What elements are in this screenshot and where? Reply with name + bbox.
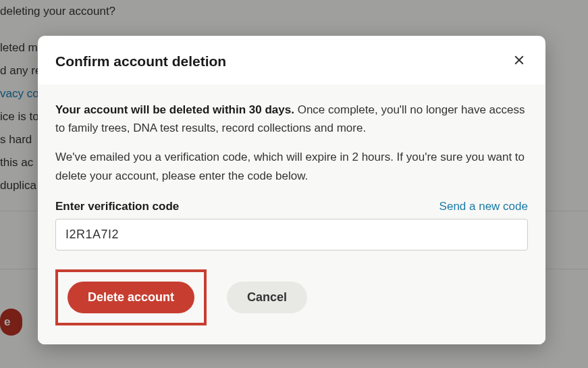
body-strong: Your account will be deleted within 30 d…	[55, 103, 294, 116]
verification-code-input[interactable]	[55, 219, 528, 251]
highlight-annotation: Delete account	[55, 269, 207, 325]
close-icon	[513, 54, 525, 66]
modal-title: Confirm account deletion	[55, 53, 226, 70]
modal-button-row: Delete account Cancel	[55, 269, 528, 325]
modal-header: Confirm account deletion	[38, 36, 545, 84]
delete-account-button[interactable]: Delete account	[68, 282, 194, 313]
verification-code-label: Enter verification code	[55, 200, 179, 213]
cancel-button[interactable]: Cancel	[227, 282, 307, 313]
modal-body: Your account will be deleted within 30 d…	[38, 84, 545, 344]
modal-body-text-1: Your account will be deleted within 30 d…	[55, 101, 528, 137]
send-new-code-link[interactable]: Send a new code	[439, 200, 528, 213]
close-button[interactable]	[510, 51, 528, 71]
field-label-row: Enter verification code Send a new code	[55, 200, 528, 213]
modal-body-text-2: We've emailed you a verification code, w…	[55, 148, 528, 184]
confirm-deletion-modal: Confirm account deletion Your account wi…	[38, 36, 545, 344]
